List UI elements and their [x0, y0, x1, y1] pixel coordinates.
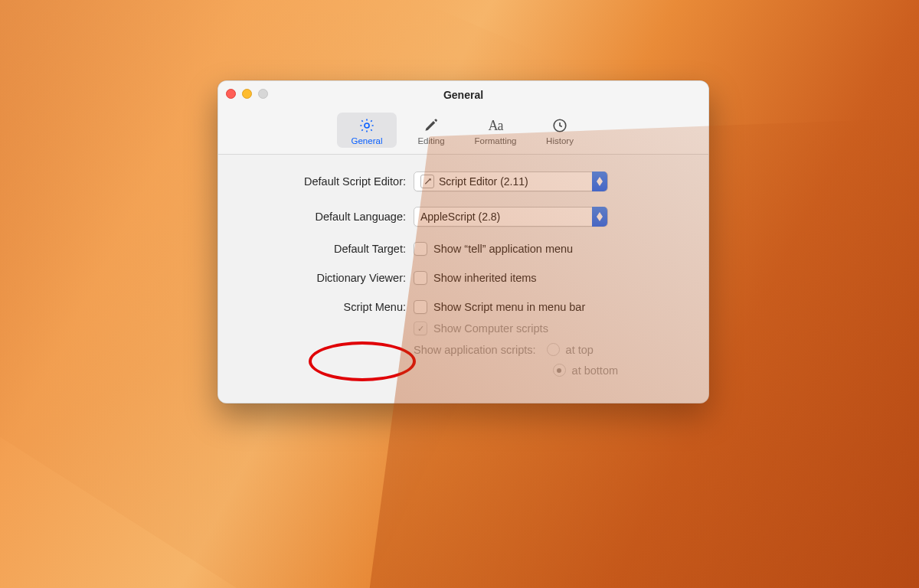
label-default-editor: Default Script Editor: [241, 175, 414, 188]
window-titlebar: General [218, 81, 708, 109]
row-dictionary-viewer: Dictionary Viewer: ✓ Show inherited item… [241, 271, 685, 285]
show-inherited-label: Show inherited items [433, 272, 537, 284]
tab-general-label: General [352, 136, 383, 145]
popup-arrows-icon [592, 172, 607, 191]
tab-editing-label: Editing [417, 136, 444, 145]
row-app-scripts-top: Show application scripts: at top [241, 343, 685, 356]
window-title: General [443, 89, 483, 101]
show-script-menu-label: Show Script menu in menu bar [433, 301, 585, 313]
default-editor-value: Script Editor (2.11) [439, 176, 528, 187]
app-scripts-at-bottom-radio [553, 364, 566, 377]
show-tell-menu-checkbox[interactable]: ✓ [414, 242, 427, 256]
tab-formatting[interactable]: Aa Formatting [466, 113, 525, 148]
label-script-menu: Script Menu: [241, 301, 414, 313]
desktop-wallpaper: General General Editing [0, 0, 919, 588]
show-inherited-checkbox[interactable]: ✓ [414, 271, 427, 285]
tab-general[interactable]: General [337, 113, 397, 148]
preferences-window: General General Editing [217, 80, 709, 403]
row-default-language: Default Language: AppleScript (2.8) [241, 207, 685, 227]
row-default-target: Default Target: ✓ Show “tell” applicatio… [241, 242, 685, 256]
show-script-menu-checkbox[interactable]: ✓ [414, 300, 427, 314]
window-minimize-button[interactable] [242, 89, 252, 99]
label-default-target: Default Target: [241, 243, 414, 255]
script-editor-app-icon [420, 175, 434, 188]
clock-icon [551, 116, 568, 136]
row-default-editor: Default Script Editor: Script Editor (2.… [241, 172, 685, 191]
window-zoom-button [258, 89, 268, 99]
show-computer-scripts-label: Show Computer scripts [433, 322, 548, 335]
tab-editing[interactable]: Editing [401, 113, 461, 148]
gear-icon [358, 116, 375, 136]
svg-point-0 [365, 123, 369, 128]
row-show-computer-scripts: ✓ Show Computer scripts [241, 322, 685, 335]
row-script-menu: Script Menu: ✓ Show Script menu in menu … [241, 300, 685, 314]
tab-history[interactable]: History [530, 113, 590, 148]
font-icon: Aa [489, 116, 503, 136]
default-language-popup[interactable]: AppleScript (2.8) [414, 207, 608, 227]
default-language-value: AppleScript (2.8) [420, 211, 500, 222]
tab-formatting-label: Formatting [475, 136, 517, 145]
prefs-content: Default Script Editor: Script Editor (2.… [218, 155, 708, 403]
prefs-toolbar: General Editing Aa Formatting [218, 109, 708, 155]
label-dictionary-viewer: Dictionary Viewer: [241, 272, 414, 284]
default-editor-popup[interactable]: Script Editor (2.11) [414, 172, 608, 191]
pencil-icon [424, 116, 439, 136]
window-controls [226, 89, 268, 99]
app-scripts-label: Show application scripts: [414, 344, 536, 356]
tab-history-label: History [546, 136, 574, 145]
show-computer-scripts-checkbox: ✓ [414, 322, 427, 335]
show-tell-menu-label: Show “tell” application menu [433, 243, 573, 255]
app-scripts-at-top-radio [547, 343, 560, 356]
window-close-button[interactable] [226, 89, 236, 99]
app-scripts-at-top-label: at top [566, 344, 594, 356]
row-app-scripts-bottom: Show application scripts: at bottom [241, 364, 685, 377]
popup-arrows-icon [592, 207, 607, 227]
label-default-language: Default Language: [241, 211, 414, 223]
app-scripts-at-bottom-label: at bottom [572, 364, 618, 377]
